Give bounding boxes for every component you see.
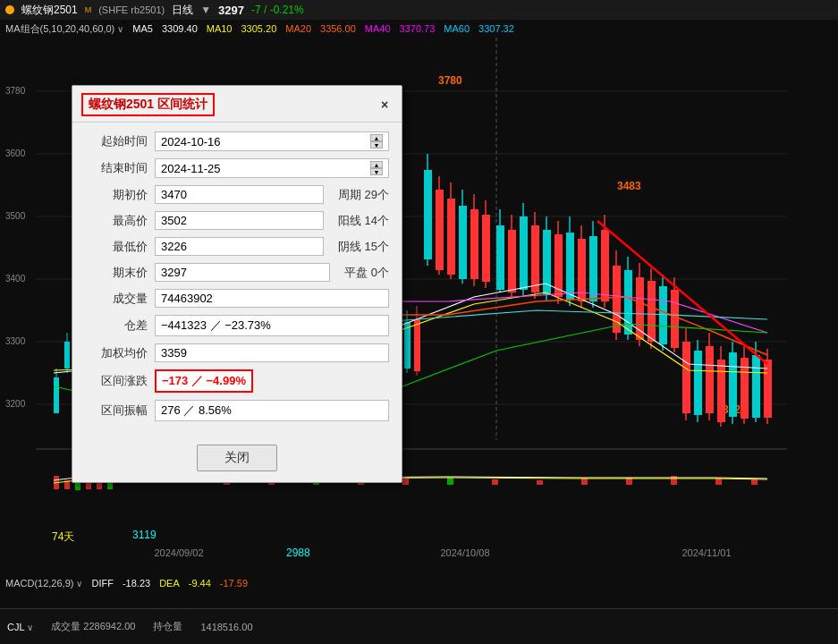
- dialog-close-btn[interactable]: 关闭: [197, 445, 277, 471]
- close-price-value: 3297: [155, 263, 330, 282]
- start-date-up[interactable]: ▲: [370, 134, 383, 141]
- dialog-footer: 关闭: [72, 437, 402, 482]
- start-date-spinner[interactable]: ▲ ▼: [370, 134, 383, 148]
- start-date-label: 起始时间: [85, 133, 148, 149]
- high-price-label: 最高价: [85, 213, 148, 229]
- end-date-row: 结束时间 2024-11-25 ▲ ▼: [85, 158, 389, 178]
- bearish-stat: 阴线 15个: [338, 239, 389, 255]
- open-price-row: 期初价 3470 周期 29个: [85, 185, 389, 204]
- position-diff-label: 仓差: [85, 318, 148, 334]
- dialog-body: 起始时间 2024-10-16 ▲ ▼ 结束时间 2024-11-25: [72, 123, 402, 437]
- range-change-row: 区间涨跌 −173 ／ −4.99%: [85, 369, 389, 393]
- dialog-title: 螺纹钢2501 区间统计: [81, 93, 215, 116]
- low-price-row: 最低价 3226 阴线 15个: [85, 237, 389, 256]
- volume-label: 成交量: [85, 291, 148, 307]
- high-price-value: 3502: [155, 211, 324, 230]
- cycle-stat: 周期 29个: [338, 187, 389, 203]
- flat-stat: 平盘 0个: [344, 265, 389, 281]
- low-price-value: 3226: [155, 237, 324, 256]
- chart-container: 螺纹钢2501 M (SHFE rb2501) 日线 ▼ 3297 -7 / -…: [0, 0, 838, 644]
- end-date-up[interactable]: ▲: [370, 161, 383, 168]
- end-date-down[interactable]: ▼: [370, 168, 383, 175]
- close-price-label: 期末价: [85, 265, 148, 281]
- avg-price-row: 加权均价 3359: [85, 343, 389, 362]
- open-price-value: 3470: [155, 185, 324, 204]
- high-price-row: 最高价 3502 阳线 14个: [85, 211, 389, 230]
- start-date-value[interactable]: 2024-10-16 ▲ ▼: [155, 131, 389, 151]
- dialog-title-bar: 螺纹钢2501 区间统计 ×: [72, 86, 402, 123]
- statistics-dialog: 螺纹钢2501 区间统计 × 起始时间 2024-10-16 ▲ ▼: [72, 85, 402, 483]
- avg-price-label: 加权均价: [85, 345, 148, 361]
- volume-row: 成交量 74463902: [85, 289, 389, 308]
- position-diff-value: −441323 ／ −23.73%: [155, 315, 389, 336]
- modal-overlay: 螺纹钢2501 区间统计 × 起始时间 2024-10-16 ▲ ▼: [0, 0, 838, 644]
- avg-price-value: 3359: [155, 343, 389, 362]
- volume-value: 74463902: [155, 289, 389, 308]
- range-change-label: 区间涨跌: [85, 373, 148, 389]
- low-price-label: 最低价: [85, 239, 148, 255]
- close-price-row: 期末价 3297 平盘 0个: [85, 263, 389, 282]
- start-date-row: 起始时间 2024-10-16 ▲ ▼: [85, 131, 389, 151]
- dialog-close-button[interactable]: ×: [377, 97, 393, 113]
- start-date-down[interactable]: ▼: [370, 141, 383, 148]
- end-date-label: 结束时间: [85, 160, 148, 176]
- range-amplitude-row: 区间振幅 276 ／ 8.56%: [85, 400, 389, 421]
- position-diff-row: 仓差 −441323 ／ −23.73%: [85, 315, 389, 336]
- end-date-value[interactable]: 2024-11-25 ▲ ▼: [155, 158, 389, 178]
- range-amplitude-value: 276 ／ 8.56%: [155, 400, 389, 421]
- bullish-stat: 阳线 14个: [338, 213, 389, 229]
- end-date-spinner[interactable]: ▲ ▼: [370, 161, 383, 175]
- range-amplitude-label: 区间振幅: [85, 402, 148, 419]
- open-price-label: 期初价: [85, 187, 148, 203]
- range-change-value: −173 ／ −4.99%: [155, 369, 253, 393]
